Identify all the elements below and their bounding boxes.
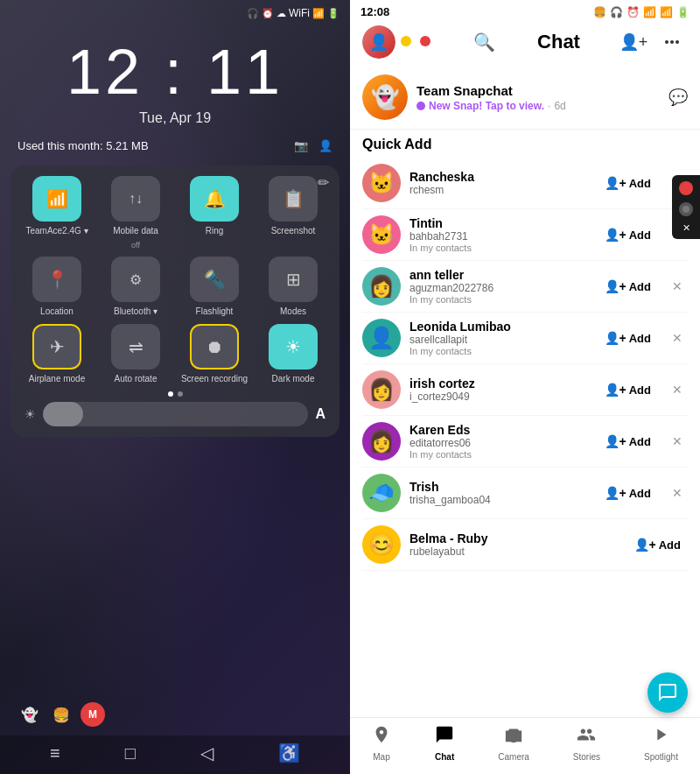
qs-screenrec[interactable]: ⏺ Screen recording [178,324,250,384]
qa-name-irish: irish cortez [410,376,589,391]
qs-airplane-btn[interactable]: ✈ [32,324,81,369]
chat-bubble-icon: 💬 [668,88,688,107]
qa-avatar-trish: 🧢 [362,474,401,512]
qs-modes-label: Modes [280,306,306,317]
qs-wifi[interactable]: 📶 TeamAce2.4G ▾ [21,176,93,250]
maps-app-icon[interactable]: M [80,702,105,727]
nav-menu[interactable]: ≡ [50,743,60,763]
edit-icon[interactable]: ✏ [318,174,329,191]
qs-modes[interactable]: ⊞ Modes [257,257,329,317]
qs-modes-btn[interactable]: ⊞ [269,257,318,302]
snap-search-btn[interactable]: 🔍 [468,26,500,58]
qs-screenrec-btn[interactable]: ⏺ [190,324,239,369]
qs-wifi-btn[interactable]: 📶 [32,176,81,222]
close-recording-icon[interactable]: ✕ [682,221,690,236]
qa-info-tintin: Tintin bahbah2731 In my contacts [410,216,589,253]
dismiss-irish[interactable]: ✕ [667,379,688,400]
dismiss-trish[interactable]: ✕ [667,482,688,503]
map-nav-icon [372,725,391,749]
add-btn-irish[interactable]: 👤+ Add [598,379,658,400]
qs-autorotate[interactable]: ⇌ Auto rotate [100,324,172,384]
team-snapchat-row[interactable]: 👻 Team Snapchat New Snap! Tap to view. ·… [350,66,700,130]
dot-1 [168,391,173,397]
snap-user-avatar[interactable]: 👤 [362,25,396,59]
brightness-slider[interactable] [43,402,308,426]
headphone-icon: 🎧 [247,8,259,19]
qs-darkmode[interactable]: ☀ Dark mode [257,324,329,384]
qs-wifi-label: TeamAce2.4G ▾ [25,226,88,236]
nav-accessibility[interactable]: ♿ [278,742,300,763]
qs-airplane[interactable]: ✈ Airplane mode [21,324,93,384]
new-snap-text: New Snap! Tap to view. [429,100,544,112]
add-btn-trish[interactable]: 👤+ Add [598,482,658,503]
fab-chat-btn[interactable] [648,672,688,713]
location-icon: 📍 [46,269,68,290]
snap-nav-stories[interactable]: Stories [564,725,609,762]
dismiss-leonida[interactable]: ✕ [667,327,688,348]
qs-grid-row2: 📍 Location ⚙ Bluetooth ▾ 🔦 Flashlight ⊞ [21,257,329,317]
nav-back[interactable]: ◁ [200,742,214,763]
add-icon: 👤+ [605,176,626,190]
snapchat-app-icon[interactable]: 👻 [18,702,42,727]
add-btn-tintin[interactable]: 👤+ Add [598,224,658,245]
recording-indicator[interactable]: ✕ [672,175,700,239]
flashlight-icon: 🔦 [204,269,226,290]
dismiss-karen[interactable]: ✕ [667,431,688,452]
snap-nav-camera[interactable]: Camera [489,725,538,762]
snap-alarm-icon: ⏰ [626,6,640,18]
qs-ring-btn[interactable]: 🔔 [190,176,239,222]
left-panel: 🎧 ⏰ ☁ WiFi 📶 🔋 12 : 11 Tue, Apr 19 Used … [0,0,350,774]
snap-battery-icon: 🔋 [676,6,690,18]
qs-bluetooth-label: Bluetooth ▾ [114,306,158,317]
qs-flashlight[interactable]: 🔦 Flashlight [178,257,250,317]
sun-icon: ☀ [24,407,36,421]
snap-time: 12:08 [360,5,389,18]
chat-compose-icon [657,682,678,703]
camera-nav-label: Camera [498,752,529,762]
qs-autorotate-btn[interactable]: ⇌ [111,324,160,369]
team-snapchat-info: Team Snapchat New Snap! Tap to view. · 6… [416,83,660,112]
nav-home[interactable]: □ [125,743,136,763]
snap-yellow-dot [401,34,411,50]
qa-contact-leonida: In my contacts [410,346,589,356]
snap-nav-map[interactable]: Map [363,725,400,762]
qs-location[interactable]: 📍 Location [21,257,93,317]
right-panel: ✕ 12:08 🍔 🎧 ⏰ 📶 📶 🔋 👤 🔍 Chat 👤+ [350,0,700,774]
qs-screenshot-btn[interactable]: 📋 [269,176,318,222]
qa-name-ann: ann teller [410,268,589,282]
qs-ring[interactable]: 🔔 Ring [178,176,250,250]
qa-item-rancheska: 🐱 Rancheska rchesm 👤+ Add ✕ [362,158,688,209]
snap-more-btn[interactable] [656,26,688,58]
add-btn-karen[interactable]: 👤+ Add [598,431,658,452]
qs-flashlight-btn[interactable]: 🔦 [190,257,239,302]
qa-item-ann: 👩 ann teller aguzman2022786 In my contac… [362,261,688,313]
snap-nav-spotlight[interactable]: Spotlight [635,725,687,762]
qa-info-ann: ann teller aguzman2022786 In my contacts [410,268,589,305]
add-btn-rancheska[interactable]: 👤+ Add [598,172,658,194]
add-btn-ann[interactable]: 👤+ Add [598,276,658,297]
qs-location-btn[interactable]: 📍 [32,257,81,302]
chat-nav-label: Chat [435,752,454,762]
battery-icon-left: 🔋 [327,8,340,19]
clock-date: Tue, Apr 19 [0,110,350,126]
qs-autorotate-label: Auto rotate [115,374,158,384]
quick-add-title: Quick Add [362,137,688,152]
qa-avatar-leonida: 👤 [362,319,401,357]
snap-add-friend-btn[interactable]: 👤+ [618,26,649,58]
used-month-text: Used this month: 5.21 MB [18,139,149,152]
mcdonalds-app-icon[interactable]: 🍔 [49,702,74,727]
add-btn-belma[interactable]: 👤+ Add [627,534,688,555]
snap-headphone-icon: 🎧 [610,6,623,18]
qs-mobile-data[interactable]: ↑↓ Mobile data off [100,176,172,250]
quick-add-section: Quick Add 🐱 Rancheska rchesm 👤+ Add ✕ 🐱 … [350,130,700,717]
qs-mobile-data-btn[interactable]: ↑↓ [111,176,160,222]
add-btn-leonida[interactable]: 👤+ Add [598,327,658,348]
qs-bluetooth[interactable]: ⚙ Bluetooth ▾ [100,257,172,317]
dismiss-ann[interactable]: ✕ [667,276,688,297]
qs-darkmode-btn[interactable]: ☀ [269,324,318,369]
brightness-row: ☀ A [21,402,329,426]
team-snapchat-sub: New Snap! Tap to view. · 6d [416,100,660,112]
qs-bluetooth-btn[interactable]: ⚙ [111,257,160,302]
map-nav-label: Map [373,752,389,762]
snap-nav-chat[interactable]: Chat [426,725,463,762]
